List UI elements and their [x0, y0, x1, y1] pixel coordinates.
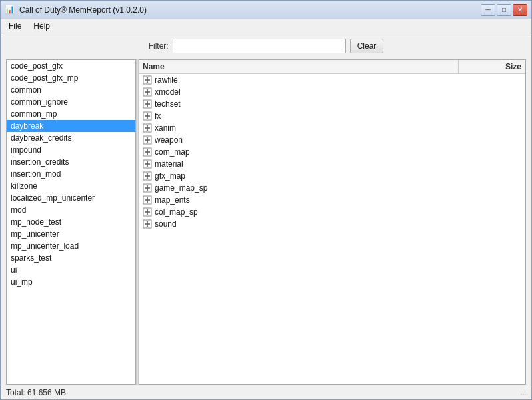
- list-item[interactable]: mp_node_test: [7, 216, 135, 228]
- tree-expand-icon: [141, 99, 153, 109]
- tree-expand-icon: [141, 135, 153, 145]
- tree-content: rawfilexmodeltechsetfxxanimweaponcom_map…: [139, 74, 525, 230]
- list-item[interactable]: daybreak_credits: [7, 132, 135, 144]
- status-bar: Total: 61.656 MB ...: [1, 385, 531, 399]
- list-item[interactable]: insertion_mod: [7, 168, 135, 180]
- list-item[interactable]: ui_mp: [7, 276, 135, 288]
- menu-help[interactable]: Help: [28, 20, 55, 32]
- tree-header: Name Size: [139, 60, 525, 74]
- tree-item-name: techset: [153, 99, 459, 109]
- minimize-button[interactable]: ─: [481, 4, 495, 16]
- tree-item-name: col_map_sp: [153, 207, 459, 217]
- tree-row[interactable]: xanim: [139, 122, 525, 134]
- tree-expand-icon: [141, 183, 153, 193]
- tree-row[interactable]: col_map_sp: [139, 206, 525, 218]
- tree-expand-icon: [141, 219, 153, 229]
- tree-item-name: weapon: [153, 135, 459, 145]
- tree-expand-icon: [141, 123, 153, 133]
- title-bar-left: 📊 Call of Duty® MemReport (v1.0.2.0): [5, 5, 147, 15]
- content-area: code_post_gfxcode_post_gfx_mpcommoncommo…: [6, 59, 526, 385]
- main-window: Filter: Clear code_post_gfxcode_post_gfx…: [0, 33, 532, 400]
- list-item[interactable]: mp_unicenter_load: [7, 240, 135, 252]
- tree-expand-icon: [141, 87, 153, 97]
- list-item[interactable]: ui: [7, 264, 135, 276]
- left-panel: code_post_gfxcode_post_gfx_mpcommoncommo…: [6, 59, 136, 385]
- filter-input[interactable]: [173, 39, 346, 53]
- window-title: Call of Duty® MemReport (v1.0.2.0): [19, 5, 147, 15]
- tree-row[interactable]: map_ents: [139, 194, 525, 206]
- tree-row[interactable]: rawfile: [139, 74, 525, 86]
- tree-item-name: xanim: [153, 123, 459, 133]
- tree-item-name: sound: [153, 219, 459, 229]
- tree-item-name: game_map_sp: [153, 183, 459, 193]
- tree-expand-icon: [141, 159, 153, 169]
- list-item[interactable]: code_post_gfx_mp: [7, 72, 135, 84]
- tree-item-name: xmodel: [153, 87, 459, 97]
- title-bar-controls: ─ □ ✕: [481, 4, 527, 16]
- tree-row[interactable]: weapon: [139, 134, 525, 146]
- tree-item-name: rawfile: [153, 75, 459, 85]
- tree-item-name: gfx_map: [153, 171, 459, 181]
- list-item[interactable]: sparks_test: [7, 252, 135, 264]
- tree-expand-icon: [141, 195, 153, 205]
- tree-row[interactable]: com_map: [139, 146, 525, 158]
- tree-row[interactable]: fx: [139, 110, 525, 122]
- tree-expand-icon: [141, 111, 153, 121]
- tree-expand-icon: [141, 75, 153, 85]
- app-icon: 📊: [5, 5, 15, 15]
- tree-row[interactable]: sound: [139, 218, 525, 230]
- list-item[interactable]: common_mp: [7, 108, 135, 120]
- column-size: Size: [459, 60, 525, 73]
- tree-expand-icon: [141, 207, 153, 217]
- list-item[interactable]: common: [7, 84, 135, 96]
- close-button[interactable]: ✕: [513, 4, 527, 16]
- list-item[interactable]: daybreak: [7, 120, 135, 132]
- tree-row[interactable]: material: [139, 158, 525, 170]
- list-item[interactable]: killzone: [7, 180, 135, 192]
- tree-row[interactable]: techset: [139, 98, 525, 110]
- status-dots: ...: [521, 389, 526, 396]
- tree-item-name: map_ents: [153, 195, 459, 205]
- list-item[interactable]: insertion_credits: [7, 156, 135, 168]
- list-item[interactable]: mp_unicenter: [7, 228, 135, 240]
- tree-row[interactable]: xmodel: [139, 86, 525, 98]
- status-total: Total: 61.656 MB: [6, 388, 66, 397]
- list-item[interactable]: localized_mp_unicenter: [7, 192, 135, 204]
- list-item[interactable]: code_post_gfx: [7, 60, 135, 72]
- tree-row[interactable]: game_map_sp: [139, 182, 525, 194]
- filter-label: Filter:: [149, 41, 169, 51]
- tree-expand-icon: [141, 171, 153, 181]
- list-item[interactable]: impound: [7, 144, 135, 156]
- tree-expand-icon: [141, 147, 153, 157]
- title-bar: 📊 Call of Duty® MemReport (v1.0.2.0) ─ □…: [0, 0, 532, 19]
- maximize-button[interactable]: □: [497, 4, 511, 16]
- right-panel: Name Size rawfilexmodeltechsetfxxanimwea…: [139, 59, 526, 385]
- tree-row[interactable]: gfx_map: [139, 170, 525, 182]
- tree-item-name: fx: [153, 111, 459, 121]
- tree-item-name: material: [153, 159, 459, 169]
- list-item[interactable]: common_ignore: [7, 96, 135, 108]
- list-item[interactable]: mod: [7, 204, 135, 216]
- clear-button[interactable]: Clear: [350, 39, 384, 53]
- menu-file[interactable]: File: [3, 20, 27, 32]
- filter-bar: Filter: Clear: [1, 33, 531, 59]
- column-name: Name: [139, 60, 459, 73]
- tree-item-name: com_map: [153, 147, 459, 157]
- menu-bar: File Help: [0, 19, 532, 33]
